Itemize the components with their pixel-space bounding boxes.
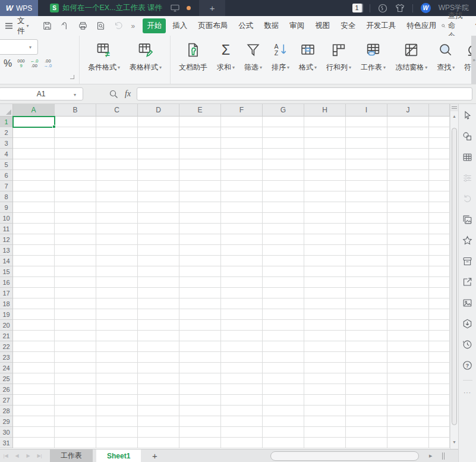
cell[interactable] xyxy=(13,149,55,159)
cell[interactable] xyxy=(429,395,450,406)
cell[interactable] xyxy=(55,181,96,191)
ribbon-tab-8[interactable]: 开发工具 xyxy=(362,18,400,33)
cell[interactable] xyxy=(429,288,450,298)
cell[interactable] xyxy=(387,406,429,416)
cell[interactable] xyxy=(263,266,304,277)
scroll-down-icon[interactable]: ▼ xyxy=(450,437,458,447)
cell[interactable] xyxy=(96,277,138,288)
cell[interactable] xyxy=(13,170,55,181)
cell[interactable] xyxy=(429,320,450,331)
cell[interactable] xyxy=(221,320,263,331)
split-handle-icon[interactable] xyxy=(450,104,458,111)
cell[interactable] xyxy=(96,352,138,363)
cell[interactable] xyxy=(96,234,138,245)
cell[interactable] xyxy=(221,352,263,363)
cell[interactable] xyxy=(55,256,96,266)
cell[interactable] xyxy=(387,159,429,170)
cell[interactable] xyxy=(96,191,138,202)
cell[interactable] xyxy=(138,234,179,245)
row-header-30[interactable]: 30 xyxy=(0,427,13,438)
cell[interactable] xyxy=(346,384,387,395)
cell[interactable] xyxy=(138,427,179,438)
sheet-tab-工作表[interactable]: 工作表 xyxy=(50,450,93,462)
cell[interactable] xyxy=(346,406,387,416)
cell[interactable] xyxy=(138,181,179,191)
cell[interactable] xyxy=(179,352,221,363)
cell[interactable] xyxy=(179,309,221,320)
row-header-15[interactable]: 15 xyxy=(0,266,13,277)
row-header-17[interactable]: 17 xyxy=(0,288,13,298)
cell[interactable] xyxy=(138,245,179,256)
cell[interactable] xyxy=(138,266,179,277)
cell[interactable] xyxy=(179,202,221,213)
cell[interactable] xyxy=(346,224,387,234)
cell[interactable] xyxy=(138,309,179,320)
cell[interactable] xyxy=(138,438,179,448)
name-box[interactable]: A1 ▾ xyxy=(0,87,83,100)
cell[interactable] xyxy=(387,373,429,384)
chevron-down-icon[interactable]: ▾ xyxy=(27,23,29,29)
column-header-G[interactable]: G xyxy=(263,104,304,117)
row-header-12[interactable]: 12 xyxy=(0,234,13,245)
cell[interactable] xyxy=(179,298,221,309)
rows-cols-button[interactable]: 行和列▾ xyxy=(321,36,356,84)
cell[interactable] xyxy=(13,266,55,277)
cell[interactable] xyxy=(179,159,221,170)
cell[interactable] xyxy=(221,159,263,170)
cell[interactable] xyxy=(304,427,346,438)
row-header-29[interactable]: 29 xyxy=(0,416,13,427)
chevron-down-icon[interactable]: ▾ xyxy=(74,92,76,98)
cell[interactable] xyxy=(179,363,221,373)
cell[interactable] xyxy=(429,309,450,320)
cell[interactable] xyxy=(387,438,429,448)
cell[interactable] xyxy=(304,331,346,341)
cell[interactable] xyxy=(304,117,346,127)
row-header-13[interactable]: 13 xyxy=(0,245,13,256)
cell[interactable] xyxy=(429,127,450,138)
column-header-E[interactable]: E xyxy=(179,104,221,117)
print-icon[interactable] xyxy=(78,21,88,31)
cell[interactable] xyxy=(221,234,263,245)
cell[interactable] xyxy=(429,149,450,159)
cell[interactable] xyxy=(429,277,450,288)
history-clock-icon[interactable] xyxy=(462,338,474,350)
cell[interactable] xyxy=(179,277,221,288)
cell[interactable] xyxy=(263,384,304,395)
cell[interactable] xyxy=(179,138,221,149)
cell[interactable] xyxy=(429,117,450,127)
cell[interactable] xyxy=(263,309,304,320)
cell[interactable] xyxy=(263,277,304,288)
cell[interactable] xyxy=(221,331,263,341)
doc-assistant-button[interactable]: 文档助手 xyxy=(174,36,212,84)
cell[interactable] xyxy=(96,127,138,138)
cell[interactable] xyxy=(346,256,387,266)
cell[interactable] xyxy=(13,159,55,170)
cell[interactable] xyxy=(96,416,138,427)
magnifier-icon[interactable] xyxy=(109,90,118,99)
cell[interactable] xyxy=(263,170,304,181)
cell[interactable] xyxy=(13,256,55,266)
cell[interactable] xyxy=(55,245,96,256)
fill-handle[interactable] xyxy=(52,125,56,128)
undo-icon[interactable] xyxy=(114,21,124,31)
cell[interactable] xyxy=(13,416,55,427)
row-header-26[interactable]: 26 xyxy=(0,384,13,395)
add-sheet-button[interactable]: + xyxy=(148,451,161,461)
sum-button[interactable]: Σ求和▾ xyxy=(212,36,239,84)
cell[interactable] xyxy=(346,298,387,309)
cell[interactable] xyxy=(346,438,387,448)
cell[interactable] xyxy=(179,256,221,266)
scroll-up-icon[interactable]: ▲ xyxy=(450,111,458,121)
cell[interactable] xyxy=(96,298,138,309)
cell[interactable] xyxy=(13,277,55,288)
cell[interactable] xyxy=(221,395,263,406)
cell[interactable] xyxy=(304,438,346,448)
row-header-5[interactable]: 5 xyxy=(0,159,13,170)
cell[interactable] xyxy=(387,245,429,256)
decrease-decimal-button[interactable]: .00 →.0 xyxy=(44,59,52,68)
cell[interactable] xyxy=(55,191,96,202)
cell[interactable] xyxy=(304,298,346,309)
selected-cell-A1[interactable] xyxy=(13,117,55,127)
cell[interactable] xyxy=(138,416,179,427)
horizontal-scroll-thumb[interactable] xyxy=(270,451,419,461)
